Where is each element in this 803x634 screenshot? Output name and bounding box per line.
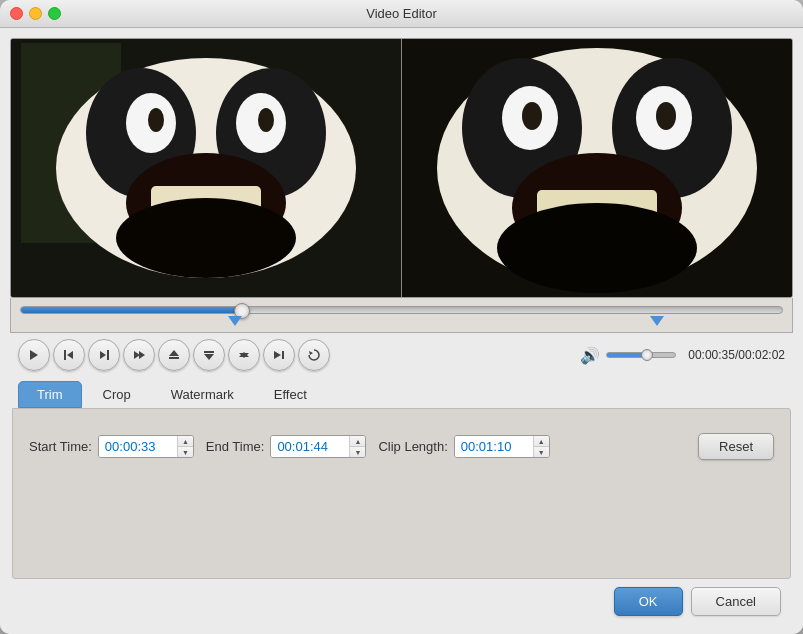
svg-marker-0 — [30, 350, 38, 360]
clip-length-step-up[interactable]: ▲ — [534, 436, 549, 447]
play-button[interactable] — [18, 339, 50, 371]
clip-length-input[interactable] — [455, 436, 533, 457]
volume-icon: 🔊 — [580, 346, 600, 365]
window-title: Video Editor — [366, 6, 437, 21]
start-time-label: Start Time: — [29, 439, 92, 454]
svg-rect-10 — [204, 351, 214, 353]
main-content: 🔊 00:00:35/00:02:02 Trim Crop Watermark … — [0, 28, 803, 634]
skip-end-button[interactable] — [263, 339, 295, 371]
svg-marker-3 — [100, 351, 106, 359]
end-time-step-down[interactable]: ▼ — [350, 447, 365, 457]
svg-marker-2 — [67, 351, 73, 359]
reset-button[interactable]: Reset — [698, 433, 774, 460]
tab-trim[interactable]: Trim — [18, 381, 82, 408]
clip-length-wrapper: ▲ ▼ — [454, 435, 550, 458]
scrubber-area — [10, 298, 793, 333]
svg-marker-15 — [309, 351, 313, 355]
start-time-input[interactable] — [99, 436, 177, 457]
start-time-stepper: ▲ ▼ — [177, 436, 193, 457]
end-time-wrapper: ▲ ▼ — [270, 435, 366, 458]
traffic-lights — [10, 7, 61, 20]
video-panel-right — [402, 39, 792, 297]
tab-bar: Trim Crop Watermark Effect — [10, 377, 793, 408]
scrubber-fill — [21, 307, 249, 313]
time-display: 00:00:35/00:02:02 — [688, 348, 785, 362]
ok-button[interactable]: OK — [614, 587, 683, 616]
end-time-label: End Time: — [206, 439, 265, 454]
center-keyframe-button[interactable] — [228, 339, 260, 371]
bottom-bar: OK Cancel — [10, 579, 793, 624]
clip-length-step-down[interactable]: ▼ — [534, 447, 549, 457]
volume-slider[interactable] — [606, 352, 676, 358]
end-time-step-up[interactable]: ▲ — [350, 436, 365, 447]
svg-marker-13 — [274, 351, 281, 359]
video-preview-right — [402, 39, 792, 297]
next-keyframe-up-button[interactable] — [193, 339, 225, 371]
end-time-group: End Time: ▲ ▼ — [206, 435, 367, 458]
volume-section: 🔊 00:00:35/00:02:02 — [580, 346, 785, 365]
start-time-group: Start Time: ▲ ▼ — [29, 435, 194, 458]
rotate-button[interactable] — [298, 339, 330, 371]
svg-marker-6 — [139, 351, 145, 359]
svg-rect-1 — [64, 350, 66, 360]
scrubber-track[interactable] — [20, 306, 783, 314]
tab-effect[interactable]: Effect — [255, 381, 326, 408]
clip-length-label: Clip Length: — [378, 439, 447, 454]
controls-bar: 🔊 00:00:35/00:02:02 — [10, 333, 793, 377]
trim-row: Start Time: ▲ ▼ End Time: — [29, 425, 774, 468]
in-point-button[interactable] — [53, 339, 85, 371]
start-time-step-down[interactable]: ▼ — [178, 447, 193, 457]
svg-rect-14 — [282, 351, 284, 359]
svg-marker-9 — [204, 354, 214, 360]
minimize-button[interactable] — [29, 7, 42, 20]
svg-marker-7 — [169, 350, 179, 356]
clip-length-stepper: ▲ ▼ — [533, 436, 549, 457]
svg-rect-4 — [107, 350, 109, 360]
maximize-button[interactable] — [48, 7, 61, 20]
video-preview-left — [11, 39, 401, 297]
tab-crop[interactable]: Crop — [84, 381, 150, 408]
trim-end-marker[interactable] — [650, 316, 664, 326]
tab-watermark[interactable]: Watermark — [152, 381, 253, 408]
out-point-button[interactable] — [88, 339, 120, 371]
end-time-input[interactable] — [271, 436, 349, 457]
scrubber-markers — [15, 316, 788, 332]
title-bar: Video Editor — [0, 0, 803, 28]
next-frame-button[interactable] — [123, 339, 155, 371]
trim-start-marker[interactable] — [228, 316, 242, 326]
start-time-wrapper: ▲ ▼ — [98, 435, 194, 458]
video-area — [10, 38, 793, 298]
cancel-button[interactable]: Cancel — [691, 587, 781, 616]
video-panel-left — [11, 39, 402, 297]
prev-keyframe-up-button[interactable] — [158, 339, 190, 371]
close-button[interactable] — [10, 7, 23, 20]
edit-panel: Start Time: ▲ ▼ End Time: — [12, 408, 791, 579]
svg-rect-8 — [169, 357, 179, 359]
clip-length-group: Clip Length: ▲ ▼ — [378, 435, 549, 458]
start-time-step-up[interactable]: ▲ — [178, 436, 193, 447]
end-time-stepper: ▲ ▼ — [349, 436, 365, 457]
video-editor-window: Video Editor — [0, 0, 803, 634]
volume-thumb[interactable] — [641, 349, 653, 361]
